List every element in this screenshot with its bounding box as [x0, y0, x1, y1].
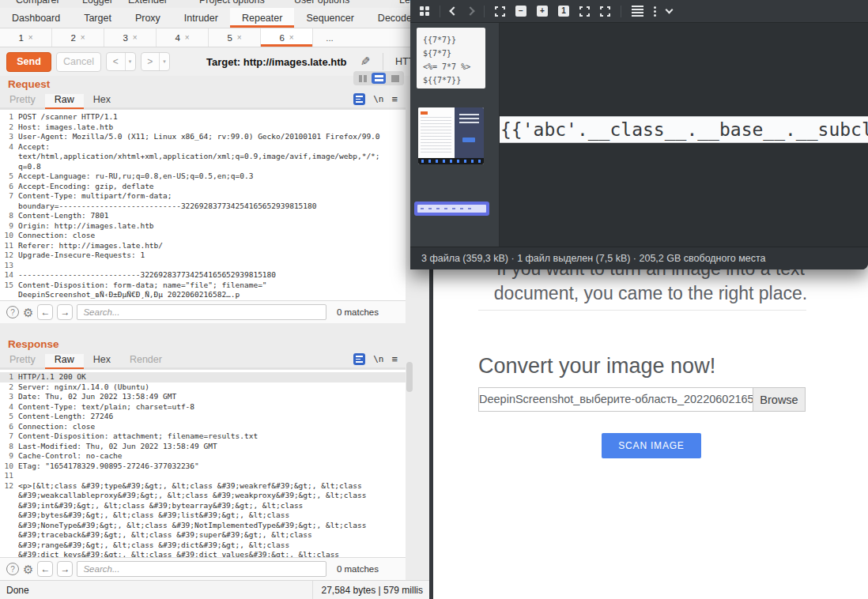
- menu-icon[interactable]: ≡: [391, 93, 398, 105]
- burp-top-menu: Comparer Logger Extender Project options…: [0, 0, 429, 8]
- fit-view-icon[interactable]: [495, 6, 505, 17]
- next-match-button[interactable]: →: [57, 304, 73, 320]
- rows-layout-icon[interactable]: [372, 73, 386, 84]
- close-icon[interactable]: ×: [237, 33, 242, 42]
- main-tab[interactable]: Intruder: [172, 8, 230, 28]
- menu-tab-project-options[interactable]: Project options: [199, 0, 265, 6]
- response-viewer[interactable]: 1HTTP/1.1 200 OK2Server: nginx/1.14.0 (U…: [0, 369, 406, 557]
- close-icon[interactable]: ×: [81, 33, 85, 42]
- close-icon[interactable]: ×: [185, 33, 190, 42]
- thumbnail-ssti-payloads[interactable]: {{7*7}}${7*7}<%= 7*7 %>${{7*7}}: [417, 28, 485, 89]
- panel-splitter[interactable]: [0, 323, 429, 336]
- chevron-down-icon[interactable]: [666, 6, 674, 14]
- help-icon[interactable]: ?: [6, 563, 19, 575]
- main-tab[interactable]: Repeater: [230, 8, 294, 28]
- response-line: 9Cache-Control: no-cache: [0, 451, 406, 461]
- response-line: 2Server: nginx/1.14.0 (Ubuntu): [0, 382, 406, 393]
- menu-tab-logger[interactable]: Logger: [82, 0, 113, 6]
- repeater-tab[interactable]: 6×: [261, 28, 313, 47]
- grid-view-icon[interactable]: [420, 6, 429, 16]
- response-line: &#39;range&#39;&gt;, &lt;class &#39;dict…: [0, 541, 406, 551]
- columns-layout-icon[interactable]: [356, 73, 370, 84]
- main-tab[interactable]: Dashboard: [0, 8, 72, 28]
- menu-icon[interactable]: ≡: [391, 353, 398, 365]
- scan-image-button[interactable]: SCAN IMAGE: [602, 433, 701, 458]
- close-icon[interactable]: ×: [28, 33, 33, 42]
- request-search-bar: ? ⚙ ← → 0 matches: [0, 300, 406, 323]
- response-line: 10ETag: "1654178329.90895-27246-37703223…: [0, 461, 406, 472]
- more-tabs-button[interactable]: ...: [313, 28, 346, 47]
- gear-icon[interactable]: ⚙: [23, 307, 33, 318]
- view-tab[interactable]: Render: [120, 354, 172, 367]
- intro-line-2: document, you came to the right place.: [433, 281, 868, 306]
- response-line: 6Connection: close: [0, 422, 406, 432]
- chevron-down-icon[interactable]: ▾: [125, 53, 135, 70]
- target-label: Target: http://images.late.htb: [206, 56, 346, 68]
- menu-tab-user-options[interactable]: User options: [294, 0, 349, 6]
- menu-tab-comparer[interactable]: Comparer: [16, 0, 60, 6]
- viewer-toolbar: − + 1: [410, 0, 868, 23]
- next-match-button[interactable]: →: [57, 561, 73, 577]
- word-wrap-icon[interactable]: [353, 353, 365, 365]
- file-count-status: 3 файла (359,3 kB) · 1 файл выделен (7,5…: [421, 253, 766, 264]
- thumbnail-panel: {{7*7}}${7*7}<%= 7*7 %>${{7*7}}: [410, 23, 500, 247]
- prev-match-button[interactable]: ←: [37, 304, 53, 320]
- single-layout-icon[interactable]: [388, 73, 402, 84]
- close-icon[interactable]: ×: [133, 33, 138, 42]
- zoom-in-icon[interactable]: +: [537, 6, 548, 17]
- main-tab[interactable]: Sequencer: [294, 8, 365, 28]
- repeater-tab[interactable]: 1×: [0, 28, 52, 47]
- send-button[interactable]: Send: [6, 52, 51, 72]
- main-tab[interactable]: Proxy: [123, 8, 172, 28]
- fullscreen-icon[interactable]: [579, 6, 590, 17]
- gear-icon[interactable]: ⚙: [23, 563, 33, 575]
- back-icon[interactable]: [449, 6, 458, 15]
- thumbnail-selected-file[interactable]: [414, 202, 489, 216]
- divider: [621, 6, 621, 17]
- zoom-out-icon[interactable]: −: [515, 6, 526, 17]
- word-wrap-icon[interactable]: [353, 93, 365, 105]
- request-header: Request: [0, 76, 429, 92]
- view-tab[interactable]: Hex: [84, 94, 120, 107]
- view-tab[interactable]: Hex: [84, 354, 120, 367]
- repeater-tab-strip: 1×2×3×4×5×6× ...: [0, 28, 429, 47]
- response-line: 12<p>[&lt;class &#39;type&#39;&gt;, &lt;…: [0, 481, 406, 492]
- main-tab[interactable]: Target: [72, 8, 123, 28]
- shrink-view-icon[interactable]: [600, 6, 610, 17]
- repeater-tab[interactable]: 2×: [52, 28, 104, 47]
- cancel-button[interactable]: Cancel: [56, 52, 101, 72]
- response-search-input[interactable]: [77, 561, 326, 577]
- view-tab[interactable]: Raw: [45, 94, 84, 107]
- request-line: 6Accept-Encoding: gzip, deflate: [0, 182, 406, 192]
- request-editor[interactable]: 1POST /scanner HTTP/1.12Host: images.lat…: [0, 109, 406, 300]
- divider: [484, 6, 485, 17]
- request-line: 14---------------------------32269283773…: [0, 270, 406, 281]
- prev-match-button[interactable]: ←: [37, 561, 53, 577]
- newline-toggle[interactable]: \n: [373, 354, 383, 364]
- thumbnail-screenshot[interactable]: [418, 107, 484, 164]
- repeater-tab[interactable]: 3×: [104, 28, 157, 47]
- history-forward-button[interactable]: > ▾: [141, 52, 171, 71]
- viewer-preview-area[interactable]: {{'abc'.__class__.__base__.__subclasses_…: [500, 23, 868, 247]
- view-tab[interactable]: Raw: [45, 354, 84, 367]
- chevron-down-icon[interactable]: ▾: [159, 53, 169, 70]
- browse-button[interactable]: Browse: [753, 388, 805, 411]
- actual-size-icon[interactable]: 1: [558, 6, 569, 17]
- repeater-tab[interactable]: 4×: [157, 28, 209, 47]
- view-tab[interactable]: Pretty: [0, 94, 45, 107]
- newline-toggle[interactable]: \n: [373, 94, 383, 104]
- burp-window: Comparer Logger Extender Project options…: [0, 0, 429, 599]
- help-icon[interactable]: ?: [6, 306, 19, 318]
- menu-tab-extender[interactable]: Extender: [128, 0, 168, 6]
- list-view-icon[interactable]: [632, 6, 643, 17]
- kebab-menu-icon[interactable]: [654, 6, 656, 17]
- scrollbar-thumb[interactable]: [406, 362, 413, 392]
- file-upload-field[interactable]: DeepinScreenshot_выберите-область_202206…: [478, 387, 806, 412]
- close-icon[interactable]: ×: [289, 33, 294, 42]
- view-tab[interactable]: Pretty: [0, 354, 45, 367]
- forward-icon[interactable]: [466, 6, 474, 15]
- edit-pencil-icon[interactable]: ✎: [360, 55, 371, 69]
- history-back-button[interactable]: < ▾: [106, 52, 136, 71]
- request-search-input[interactable]: [77, 304, 326, 320]
- repeater-tab[interactable]: 5×: [209, 28, 261, 47]
